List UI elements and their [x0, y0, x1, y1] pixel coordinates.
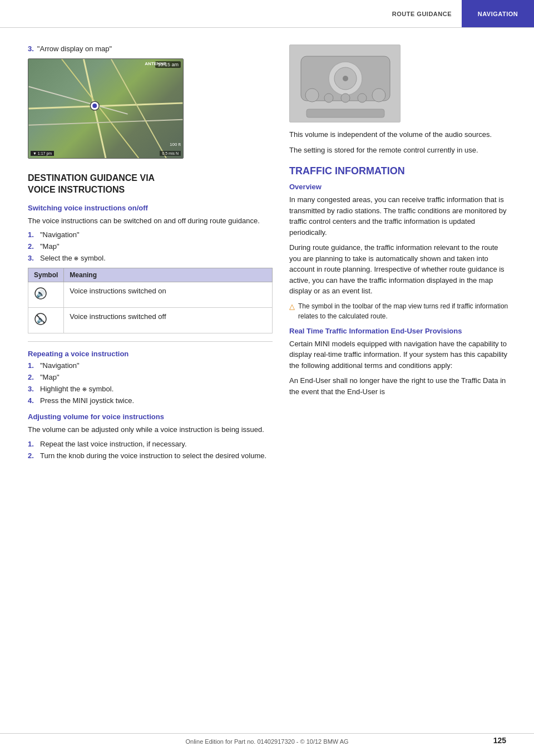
- svg-point-18: [305, 89, 319, 102]
- destination-guidance-title: DESTINATION GUIDANCE VIA VOICE INSTRUCTI…: [28, 173, 273, 196]
- overview-title: Overview: [289, 183, 512, 191]
- svg-text:🔊: 🔊: [36, 289, 46, 298]
- overview-para1: In many congested areas, you can receive…: [289, 194, 512, 238]
- header-navigation: NAVIGATION: [462, 0, 534, 27]
- page-footer: Online Edition for Part no. 01402917320 …: [0, 733, 534, 745]
- map-inner: 10:15 am ANTENNE 100 ft 0.5 mis N ▼ 1:17…: [28, 59, 183, 158]
- switching-intro: The voice instructions can be switched o…: [28, 215, 273, 227]
- adjust-step-2: 2. Turn the knob during the voice instru…: [28, 451, 273, 460]
- svg-point-19: [372, 89, 385, 102]
- meaning-col-header: Meaning: [64, 268, 273, 282]
- adjusting-title: Adjusting volume for voice instructions: [28, 413, 273, 421]
- map-image: 10:15 am ANTENNE 100 ft 0.5 mis N ▼ 1:17…: [28, 58, 184, 159]
- adjusting-intro: The volume can be adjusted only while a …: [28, 424, 273, 435]
- meaning-off-cell: Voice instructions switched off: [64, 308, 273, 333]
- main-content: 3."Arrow display on map": [0, 28, 534, 482]
- repeat-step-3: 3. Highlight the ⎈ symbol.: [28, 385, 273, 393]
- right-column: This volume is independent of the volume…: [289, 45, 512, 465]
- svg-point-22: [358, 94, 367, 102]
- svg-point-20: [324, 94, 333, 102]
- volume-note1: This volume is independent of the volume…: [289, 129, 512, 140]
- adjusting-steps: 1. Repeat the last voice instruction, if…: [28, 440, 273, 460]
- adjust-step-1: 1. Repeat the last voice instruction, if…: [28, 440, 273, 448]
- svg-rect-23: [306, 109, 384, 117]
- meaning-on-cell: Voice instructions switched on: [64, 282, 273, 308]
- real-time-para1: Certain MINI models equipped with naviga…: [289, 338, 512, 371]
- svg-point-21: [341, 94, 350, 102]
- switching-title: Switching voice instructions on/off: [28, 204, 273, 212]
- real-time-para2: An End-User shall no longer have the rig…: [289, 375, 512, 397]
- car-image-inner: [290, 45, 400, 122]
- table-row: 🔊 Voice instructions switched on: [28, 282, 273, 308]
- repeating-steps: 1. "Navigation" 2. "Map" 3. Highlight th…: [28, 361, 273, 405]
- switch-step-3: 3. Select the ⎈ symbol.: [28, 254, 273, 262]
- section-divider: [28, 341, 273, 342]
- table-row: 🔈 Voice instructions switched off: [28, 308, 273, 333]
- warning-text: △ The symbol in the toolbar of the map v…: [289, 301, 512, 321]
- left-column: 3."Arrow display on map": [28, 45, 273, 465]
- step3-num: 3.: [28, 45, 34, 53]
- page-header: ROUTE GUIDANCE NAVIGATION: [0, 0, 534, 28]
- repeat-step-2: 2. "Map": [28, 373, 273, 381]
- page-container: ROUTE GUIDANCE NAVIGATION 3."Arrow displ…: [0, 0, 534, 756]
- arrow-display-text: "Arrow display on map": [37, 45, 112, 53]
- overview-para2: During route guidance, the traffic infor…: [289, 242, 512, 297]
- car-image: [289, 45, 400, 122]
- symbol-col-header: Symbol: [28, 268, 64, 282]
- switch-step-1: 1. "Navigation": [28, 230, 273, 239]
- header-route-guidance: ROUTE GUIDANCE: [382, 0, 462, 27]
- svg-point-7: [92, 104, 97, 108]
- svg-point-17: [343, 76, 348, 81]
- switching-steps: 1. "Navigation" 2. "Map" 3. Select the ⎈…: [28, 230, 273, 262]
- svg-line-4: [29, 120, 183, 125]
- svg-text:🔈: 🔈: [37, 315, 45, 323]
- svg-line-3: [62, 59, 139, 158]
- switch-step-2: 2. "Map": [28, 242, 273, 251]
- repeating-title: Repeating a voice instruction: [28, 350, 273, 358]
- page-number: 125: [493, 736, 506, 745]
- arrow-display-label: 3."Arrow display on map": [28, 45, 273, 53]
- symbol-off-cell: 🔈: [28, 308, 64, 333]
- svg-line-5: [111, 59, 166, 158]
- real-time-title: Real Time Traffic Information End-User P…: [289, 327, 512, 335]
- volume-note2: The setting is stored for the remote con…: [289, 145, 512, 156]
- repeat-step-4: 4. Press the MINI joystick twice.: [28, 396, 273, 405]
- footer-text: Online Edition for Part no. 01402917320 …: [185, 738, 348, 745]
- repeat-step-1: 1. "Navigation": [28, 361, 273, 370]
- symbol-table: Symbol Meaning 🔊 Voice instruct: [28, 268, 273, 333]
- symbol-on-cell: 🔊: [28, 282, 64, 308]
- warning-icon: △: [289, 301, 295, 312]
- traffic-section-title: TRAFFIC INFORMATION: [289, 165, 512, 177]
- svg-line-2: [29, 86, 128, 114]
